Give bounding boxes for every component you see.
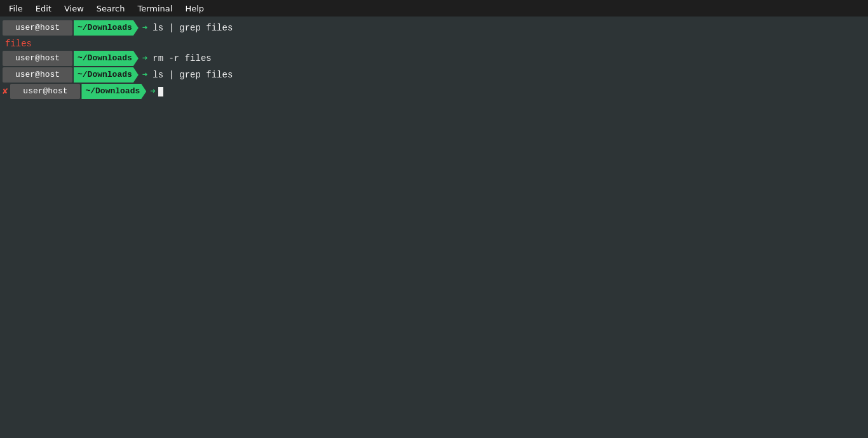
- user-host-3: user@host: [3, 67, 72, 83]
- menu-search[interactable]: Search: [90, 3, 132, 15]
- x-mark: ✘: [3, 84, 8, 98]
- prompt-arrow-2: ➜: [142, 51, 147, 65]
- command-2: rm -r files: [153, 51, 211, 65]
- terminal-line-3: user@host ~/Downloads ➜ ls | grep files: [3, 67, 865, 83]
- path-2: ~/Downloads: [74, 51, 139, 66]
- menu-file[interactable]: File: [3, 3, 29, 15]
- terminal-line-2: user@host ~/Downloads ➜ rm -r files: [3, 51, 865, 66]
- cursor: [158, 87, 163, 96]
- terminal-output-1: files: [3, 37, 865, 51]
- terminal-body[interactable]: user@host ~/Downloads ➜ ls | grep files …: [0, 17, 868, 438]
- menubar: File Edit View Search Terminal Help: [0, 0, 868, 17]
- command-3: ls | grep files: [153, 68, 233, 82]
- prompt-arrow-4: ➜: [150, 84, 155, 98]
- user-host-1: user@host: [3, 20, 72, 36]
- terminal-line-4: ✘ user@host ~/Downloads ➜: [3, 84, 865, 99]
- menu-view[interactable]: View: [58, 3, 90, 15]
- user-host-4: user@host: [10, 84, 80, 99]
- menu-help[interactable]: Help: [179, 3, 210, 15]
- terminal-line-1: user@host ~/Downloads ➜ ls | grep files: [3, 20, 865, 36]
- path-1: ~/Downloads: [74, 20, 139, 36]
- menu-edit[interactable]: Edit: [29, 3, 58, 15]
- path-3: ~/Downloads: [74, 67, 139, 83]
- prompt-arrow-3: ➜: [142, 68, 147, 82]
- path-4: ~/Downloads: [81, 84, 146, 99]
- menu-terminal[interactable]: Terminal: [131, 3, 179, 15]
- command-1: ls | grep files: [153, 21, 233, 35]
- prompt-arrow-1: ➜: [142, 21, 147, 35]
- user-host-2: user@host: [3, 51, 72, 66]
